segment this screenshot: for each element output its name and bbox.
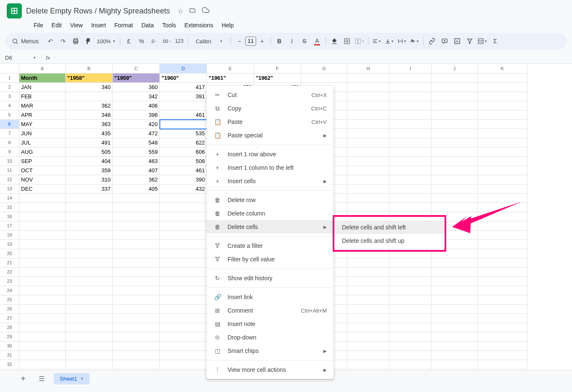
name-box[interactable]: D6 ▼ <box>0 55 41 61</box>
row-header-27[interactable]: 27 <box>0 314 19 323</box>
cell-C2[interactable]: 360 <box>113 83 160 92</box>
row-header-22[interactable]: 22 <box>0 268 19 277</box>
cell-C11[interactable]: 407 <box>113 166 160 175</box>
cell-J5[interactable] <box>432 110 478 120</box>
cell-H32[interactable] <box>347 360 389 369</box>
cell-H2[interactable] <box>347 83 389 92</box>
cell-J20[interactable] <box>432 249 478 258</box>
row-header-23[interactable]: 23 <box>0 277 19 286</box>
cell-K18[interactable] <box>478 231 527 240</box>
row-header-31[interactable]: 31 <box>0 351 19 360</box>
cell-J3[interactable] <box>432 92 478 101</box>
col-header-D[interactable]: D <box>160 64 207 74</box>
cell-D6[interactable] <box>160 120 207 129</box>
cell-K7[interactable] <box>478 129 527 138</box>
cell-J14[interactable] <box>432 194 478 203</box>
cell-D12[interactable]: 390 <box>160 175 207 184</box>
cell-D2[interactable]: 417 <box>160 83 207 92</box>
cell-C6[interactable]: 420 <box>113 120 160 129</box>
cell-H15[interactable] <box>347 203 389 212</box>
wrap-button[interactable]: ▼ <box>396 35 408 47</box>
row-header-28[interactable]: 28 <box>0 323 19 332</box>
cell-A1[interactable]: Month <box>19 74 66 83</box>
add-sheet-button[interactable]: + <box>17 373 29 385</box>
cell-H23[interactable] <box>347 277 389 286</box>
cell-K10[interactable] <box>478 157 527 166</box>
cell-D15[interactable] <box>160 203 207 212</box>
cell-A10[interactable]: SEP <box>19 157 66 166</box>
cell-A12[interactable]: NOV <box>19 175 66 184</box>
cell-B13[interactable]: 337 <box>66 184 113 194</box>
cell-A19[interactable] <box>19 240 66 249</box>
fill-color-button[interactable] <box>328 35 340 47</box>
row-header-32[interactable]: 32 <box>0 360 19 369</box>
cell-H21[interactable] <box>347 258 389 268</box>
link-button[interactable] <box>426 35 438 47</box>
cell-C14[interactable] <box>113 194 160 203</box>
cell-D29[interactable] <box>160 332 207 342</box>
cell-B14[interactable] <box>66 194 113 203</box>
cell-I29[interactable] <box>389 332 432 342</box>
cell-B3[interactable] <box>66 92 113 101</box>
cell-C21[interactable] <box>113 258 160 268</box>
cell-B27[interactable] <box>66 314 113 323</box>
cell-A8[interactable]: JUL <box>19 138 66 147</box>
row-header-4[interactable]: 4 <box>0 101 19 110</box>
cell-A2[interactable]: JAN <box>19 83 66 92</box>
text-color-button[interactable]: A <box>311 35 323 47</box>
cm-paste[interactable]: 📋PasteCtrl+V <box>207 115 334 129</box>
cell-K25[interactable] <box>478 295 527 305</box>
cell-E1[interactable]: "1961" <box>207 74 254 83</box>
cell-K27[interactable] <box>478 314 527 323</box>
cell-I25[interactable] <box>389 295 432 305</box>
cell-H10[interactable] <box>347 157 389 166</box>
cell-C29[interactable] <box>113 332 160 342</box>
cell-A3[interactable]: FEB <box>19 92 66 101</box>
cell-B17[interactable] <box>66 221 113 231</box>
sm-shift-up[interactable]: Delete cells and shift up <box>334 234 445 247</box>
cell-I6[interactable] <box>389 120 432 129</box>
row-header-10[interactable]: 10 <box>0 157 19 166</box>
cell-I32[interactable] <box>389 360 432 369</box>
cell-D13[interactable]: 432 <box>160 184 207 194</box>
cell-H4[interactable] <box>347 101 389 110</box>
cell-B8[interactable]: 491 <box>66 138 113 147</box>
row-header-24[interactable]: 24 <box>0 286 19 295</box>
cell-K21[interactable] <box>478 258 527 268</box>
select-all-corner[interactable] <box>0 64 19 74</box>
row-header-8[interactable]: 8 <box>0 138 19 147</box>
sheet-tab-1[interactable]: Sheet1 ▼ <box>54 373 90 384</box>
menu-format[interactable]: Format <box>111 20 136 30</box>
cell-J25[interactable] <box>432 295 478 305</box>
all-sheets-button[interactable]: ☰ <box>35 373 48 385</box>
cell-B20[interactable] <box>66 249 113 258</box>
row-header-20[interactable]: 20 <box>0 249 19 258</box>
halign-button[interactable]: ▼ <box>371 35 383 47</box>
cell-J31[interactable] <box>432 351 478 360</box>
document-title[interactable]: Delete Empty Rows / Mighty Spreadsheets <box>26 7 170 16</box>
cell-H1[interactable] <box>347 74 389 83</box>
row-header-30[interactable]: 30 <box>0 342 19 351</box>
cell-D24[interactable] <box>160 286 207 295</box>
cm-filter-cell[interactable]: Filter by cell value <box>207 253 334 266</box>
cell-B15[interactable] <box>66 203 113 212</box>
cm-cut[interactable]: ✂CutCtrl+X <box>207 88 334 102</box>
row-header-21[interactable]: 21 <box>0 258 19 268</box>
cell-K4[interactable] <box>478 101 527 110</box>
menu-edit[interactable]: Edit <box>48 20 65 30</box>
cell-B7[interactable]: 435 <box>66 129 113 138</box>
menu-help[interactable]: Help <box>218 20 237 30</box>
cell-B2[interactable]: 340 <box>66 83 113 92</box>
cm-insert-col[interactable]: +Insert 1 column to the left <box>207 161 334 174</box>
row-header-1[interactable]: 1 <box>0 74 19 83</box>
cell-J27[interactable] <box>432 314 478 323</box>
col-header-I[interactable]: I <box>389 64 432 74</box>
cell-D14[interactable] <box>160 194 207 203</box>
cell-B26[interactable] <box>66 305 113 314</box>
cell-I10[interactable] <box>389 157 432 166</box>
cell-C30[interactable] <box>113 342 160 351</box>
cell-C22[interactable] <box>113 268 160 277</box>
cell-I23[interactable] <box>389 277 432 286</box>
cell-K32[interactable] <box>478 360 527 369</box>
cell-K16[interactable] <box>478 212 527 221</box>
